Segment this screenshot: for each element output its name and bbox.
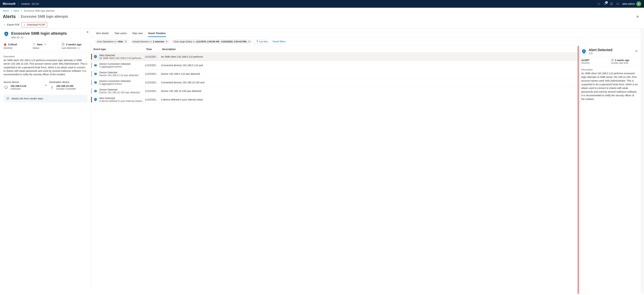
arrow-icon — [44, 84, 48, 87]
alert-details-panel: Excessive SMB login attempts Alert ID: 2… — [0, 29, 91, 294]
book-icon[interactable] — [608, 1, 614, 7]
event-title: Device Detected — [99, 71, 145, 74]
dest-ip: 192.168.10.100 — [56, 84, 76, 87]
detail-activity-start: 2 weeks ago Activity start time — [608, 57, 638, 66]
user-name[interactable]: alice-admin — [622, 2, 635, 5]
event-time: 11/22/202... — [145, 72, 161, 75]
source-device-block: Source device 192.168.0.110 Unknown — [4, 81, 42, 90]
chevron-down-icon — [44, 43, 47, 46]
severity-marker — [91, 71, 92, 77]
event-subtitle: 4 aggregated events — [99, 65, 145, 68]
expand-icon[interactable] — [635, 50, 638, 53]
shield-icon — [93, 55, 98, 59]
event-time: 11/22/202... — [145, 55, 161, 58]
crumb-current: Excessive SMB login attempts — [24, 10, 55, 12]
avatar[interactable]: A — [636, 2, 641, 6]
detail-desc-label: Description — [581, 68, 638, 71]
scrollbar[interactable] — [641, 29, 644, 294]
svg-point-6 — [598, 4, 599, 4]
event-subtitle: Device 192.168.10.100 was detected — [99, 91, 145, 94]
event-desc: Connected devices 192.168.10.100 and — [161, 81, 576, 84]
cube-icon — [93, 89, 98, 93]
timeline-table: Event type Time Description Alert Detect… — [91, 46, 578, 294]
timeline-row[interactable]: Device DetectedDevice 192.168.10.100 was… — [91, 87, 578, 96]
remove-filter-icon[interactable]: ✕ — [166, 40, 168, 43]
event-title: Alert Detected — [99, 97, 145, 100]
brand-divider — [18, 2, 18, 6]
source-ip: 192.168.0.110 — [10, 84, 26, 87]
shield-icon — [93, 98, 98, 102]
tabs: Alert details Take action Map view Event… — [91, 29, 641, 37]
event-time: 11/22/202... — [145, 98, 161, 101]
comment-icon — [6, 97, 10, 100]
severity-marker — [91, 62, 92, 68]
download-icon — [4, 24, 6, 26]
clock-icon — [611, 59, 614, 62]
collapse-panel-icon[interactable] — [86, 30, 89, 34]
breadcrumb: Home > Alerts > Excessive SMB login atte… — [0, 8, 644, 13]
remove-filter-icon[interactable]: ✕ — [248, 40, 250, 43]
timeline-row[interactable]: Device Connection Detected3 aggregated e… — [91, 78, 578, 87]
event-subtitle: An SMB client 192.168.0.110 performs exc… — [99, 57, 145, 60]
crumb-home[interactable]: Home — [3, 10, 9, 12]
cloud-icon[interactable] — [614, 1, 621, 7]
right-panel: Alert details Take action Map view Event… — [91, 29, 641, 294]
dest-type: Domain Controller — [56, 87, 76, 90]
detail-title: Alert Detected — [589, 48, 612, 52]
org-name: contoso - 22.2.6 — [21, 2, 39, 5]
severity-marker — [91, 88, 92, 94]
status-stat[interactable]: New Status — [30, 43, 58, 49]
shield-icon — [4, 31, 9, 37]
comment-box[interactable]: Needs info from vendor team — [4, 95, 88, 102]
close-icon[interactable]: ✕ — [635, 14, 640, 19]
add-filter-button[interactable]: ⧩Add filter — [254, 39, 270, 44]
page-subtitle: Excessive SMB login attempts — [21, 14, 635, 18]
destination-device-block: Destination device 192.168.10.100 Domain… — [50, 81, 88, 90]
event-desc: An SMB client 192.168.0.110 performs — [161, 55, 576, 58]
event-title: Device Connection Detected — [99, 80, 145, 82]
tab-action[interactable]: Take action — [114, 30, 127, 37]
event-title: Alert Detected — [99, 54, 145, 57]
filter-row: User Operations == Hide✕ Include Devices… — [91, 37, 641, 46]
alert-id: Alert ID: 21 — [11, 36, 67, 39]
event-time: 11/22/202... — [145, 90, 161, 92]
notif-badge: 0 — [605, 1, 608, 4]
remove-filter-icon[interactable]: ✕ — [125, 40, 127, 43]
gear-icon[interactable] — [596, 1, 602, 7]
event-desc: Device 192.168.0.110 was detected — [161, 72, 576, 75]
bell-icon[interactable]: 0 — [602, 1, 608, 7]
timeline-row[interactable]: Alert DetectedAn SMB client 192.168.0.11… — [91, 52, 578, 61]
info-icon[interactable]: i — [78, 47, 80, 49]
download-pcap-button[interactable]: Download PCAP — [21, 22, 47, 27]
event-time: 11/22/202... — [145, 81, 161, 84]
description-text: An SMB client 192.168.0.110 performs exc… — [4, 58, 88, 76]
tab-timeline[interactable]: Event Timeline — [148, 30, 166, 37]
download-icon — [23, 24, 26, 26]
event-title: Device Connection Detected — [99, 62, 145, 65]
tab-map[interactable]: Map view — [132, 30, 143, 37]
timeline-row[interactable]: Device DetectedDevice 192.168.0.110 was … — [91, 70, 578, 78]
event-title: Device Detected — [99, 88, 145, 91]
filter-include-devices[interactable]: Include Devices == 2 selected✕ — [130, 40, 170, 44]
toolbar: Export PDF Download PCAP — [0, 21, 644, 28]
shield-icon — [581, 49, 586, 54]
clock-icon — [62, 43, 65, 46]
spinner-icon — [32, 43, 36, 46]
timeline-row[interactable]: Alert DetectedA device defined in your i… — [91, 96, 578, 104]
event-subtitle: A device defined in your internal networ… — [99, 100, 145, 102]
severity-stat: Critical Severity — [4, 43, 30, 49]
tab-details[interactable]: Alert details — [96, 30, 109, 37]
severity-marker — [91, 97, 92, 102]
filter-time-range[interactable]: Time range (Date) == (1/1/1970, 2:00:00 … — [172, 40, 252, 44]
page-title: Alerts — [3, 14, 16, 19]
crumb-alerts[interactable]: Alerts — [14, 10, 19, 12]
export-pdf-button[interactable]: Export PDF — [2, 22, 21, 27]
svg-rect-9 — [5, 86, 8, 88]
detail-severity: ALERT Severity — [581, 57, 608, 66]
filter-user-ops[interactable]: User Operations == Hide✕ — [95, 40, 129, 44]
cube-icon — [93, 64, 98, 67]
timeline-row[interactable]: Device Connection Detected4 aggregated e… — [91, 61, 578, 70]
reset-filters-link[interactable]: Reset filters — [273, 40, 286, 43]
event-subtitle: Device 192.168.0.110 was detected — [99, 74, 145, 77]
timeline-header: Event type Time Description — [91, 46, 578, 52]
